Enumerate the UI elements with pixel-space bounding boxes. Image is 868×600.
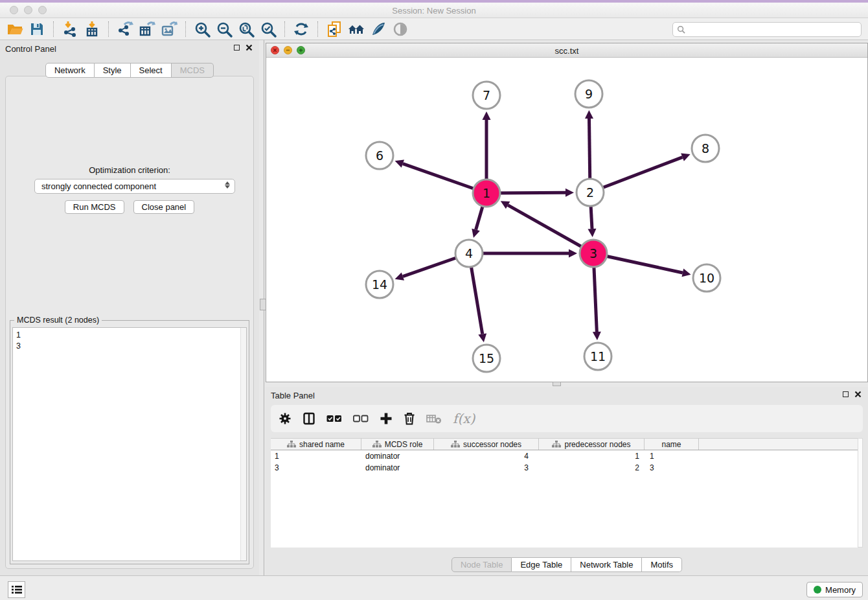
tab-node-table[interactable]: Node Table — [451, 557, 512, 572]
close-panel-icon[interactable] — [246, 44, 253, 51]
close-table-panel-icon[interactable] — [854, 391, 862, 398]
table-cell: 3 — [645, 462, 699, 474]
app-title: Session: New Session — [0, 6, 868, 16]
delete-column-button[interactable] — [404, 412, 415, 425]
column-header-predecessor-nodes[interactable]: predecessor nodes — [539, 439, 645, 450]
network-window-titlebar[interactable]: scc.txt — [266, 43, 867, 58]
toolbar-separator — [53, 21, 54, 37]
graph-node-2[interactable]: 2 — [577, 179, 604, 206]
graph-arrowhead-1-6 — [395, 159, 404, 167]
memory-button[interactable]: Memory — [806, 582, 863, 597]
node-table-header: shared nameMCDS rolesuccessor nodesprede… — [271, 438, 858, 450]
graph-node-1[interactable]: 1 — [473, 179, 500, 207]
run-mcds-button[interactable]: Run MCDS — [65, 200, 124, 214]
memory-status-icon — [814, 586, 821, 594]
style-brush-button[interactable] — [367, 19, 389, 39]
graph-node-10[interactable]: 10 — [693, 264, 720, 292]
hide-panel-button — [389, 19, 411, 39]
export-image-button[interactable] — [158, 19, 180, 39]
export-network-button[interactable] — [114, 19, 136, 39]
tab-network-table[interactable]: Network Table — [571, 557, 642, 572]
table-cell: 1 — [271, 450, 361, 462]
float-table-panel-icon[interactable] — [843, 391, 849, 397]
graph-node-4[interactable]: 4 — [455, 240, 483, 267]
graph-node-3[interactable]: 3 — [580, 240, 607, 267]
graph-arrowhead-2-9 — [585, 110, 593, 119]
graph-node-label: 10 — [699, 271, 714, 285]
style-brush-icon — [370, 21, 387, 38]
search-icon — [677, 25, 685, 34]
criterion-dropdown-value: strongly connected component — [41, 181, 156, 191]
criterion-dropdown[interactable]: strongly connected component — [34, 179, 235, 194]
refresh-button[interactable] — [290, 19, 312, 39]
graph-node-8[interactable]: 8 — [692, 135, 719, 162]
search-field[interactable] — [672, 22, 862, 37]
tab-mcds[interactable]: MCDS — [172, 63, 214, 78]
home-icon — [348, 21, 365, 38]
open-file-button[interactable] — [4, 19, 26, 39]
mcds-result-title: MCDS result (2 nodes) — [14, 316, 102, 325]
import-network-button[interactable] — [59, 19, 81, 39]
float-panel-icon[interactable] — [234, 45, 240, 51]
column-header-shared-name[interactable]: shared name — [271, 439, 361, 450]
graph-edge-2-8[interactable] — [590, 157, 683, 192]
select-all-columns-button[interactable] — [326, 414, 342, 423]
memory-label: Memory — [825, 585, 856, 595]
column-header-mcds-role[interactable]: MCDS role — [361, 439, 434, 450]
graph-arrowhead-4-14 — [395, 272, 404, 280]
network-canvas[interactable]: 1234678910111415 — [266, 58, 867, 382]
graph-node-label: 11 — [590, 349, 606, 363]
result-scrollbar[interactable] — [240, 328, 246, 560]
tab-network[interactable]: Network — [45, 63, 95, 78]
graph-node-11[interactable]: 11 — [584, 343, 611, 370]
show-column-button[interactable] — [303, 412, 315, 425]
tab-style[interactable]: Style — [95, 63, 131, 78]
home-layout-button[interactable] — [345, 19, 367, 39]
zoom-in-button[interactable] — [191, 19, 213, 39]
column-label: successor nodes — [463, 440, 521, 449]
graph-node-label: 6 — [376, 148, 383, 163]
network-title: scc.txt — [266, 46, 867, 56]
export-table-button[interactable] — [136, 19, 158, 39]
zoom-fit-button[interactable] — [235, 19, 257, 39]
table-scrollbar[interactable] — [858, 438, 863, 548]
graph-edge-3-1[interactable] — [508, 205, 593, 253]
column-header-name[interactable]: name — [645, 439, 699, 450]
close-panel-button[interactable]: Close panel — [133, 200, 195, 214]
table-cell: 3 — [271, 462, 361, 474]
table-settings-button[interactable] — [279, 412, 291, 425]
graph-arrowhead-2-3 — [588, 229, 596, 237]
duplicate-network-button[interactable] — [323, 19, 345, 39]
save-session-button[interactable] — [26, 19, 48, 39]
deselect-all-columns-button[interactable] — [353, 414, 369, 423]
column-label: predecessor nodes — [564, 440, 630, 449]
mcds-result-groupbox: MCDS result (2 nodes) 1 3 — [10, 320, 249, 564]
tab-motifs[interactable]: Motifs — [642, 557, 682, 572]
tab-select[interactable]: Select — [131, 63, 172, 78]
import-table-button[interactable] — [81, 19, 103, 39]
graph-node-14[interactable]: 14 — [366, 271, 393, 298]
column-label: MCDS role — [385, 440, 423, 449]
search-input[interactable] — [685, 25, 861, 34]
node-table-body: 1dominator4113dominator323 — [271, 450, 858, 474]
tab-edge-table[interactable]: Edge Table — [512, 557, 571, 572]
column-header-successor-nodes[interactable]: successor nodes — [434, 439, 539, 450]
table-panel: Table Panel — [266, 387, 868, 575]
graph-node-15[interactable]: 15 — [473, 345, 500, 372]
zoom-out-button[interactable] — [213, 19, 235, 39]
task-history-button[interactable] — [8, 581, 25, 598]
table-row[interactable]: 1dominator411 — [271, 450, 858, 462]
horizontal-splitter-handle[interactable] — [553, 382, 561, 386]
add-column-button[interactable] — [380, 412, 393, 425]
table-cell: 2 — [539, 462, 645, 474]
graph-node-6[interactable]: 6 — [366, 142, 393, 169]
mcds-tab-content: Optimization criterion: strongly connect… — [5, 76, 254, 569]
table-row[interactable]: 3dominator323 — [271, 462, 858, 474]
graph-node-7[interactable]: 7 — [473, 82, 500, 109]
graph-node-9[interactable]: 9 — [575, 80, 602, 108]
graph-arrowhead-1-4 — [472, 229, 479, 238]
column-type-icon — [287, 441, 296, 448]
graph-node-label: 9 — [585, 87, 593, 101]
table-cell: 3 — [434, 462, 539, 474]
zoom-selected-button[interactable] — [257, 19, 279, 39]
